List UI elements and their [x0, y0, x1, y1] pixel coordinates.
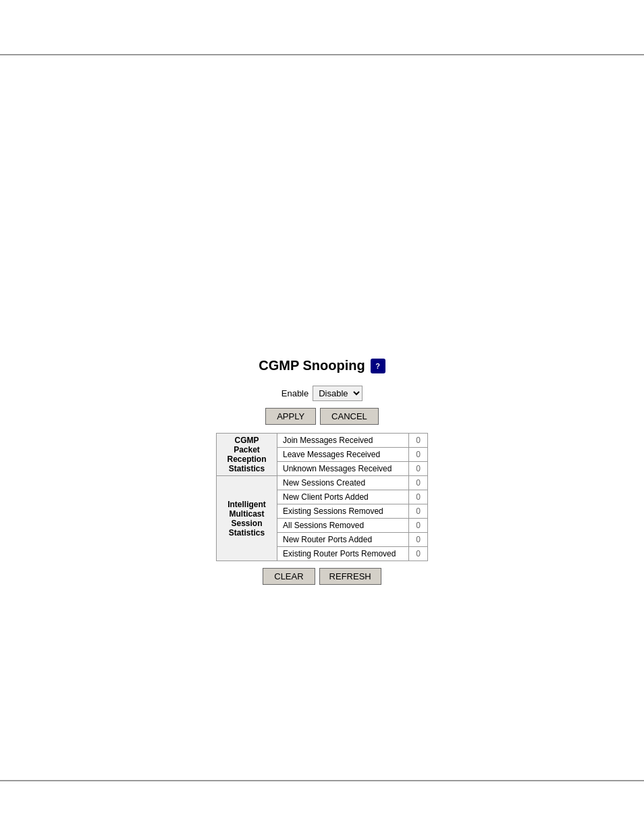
stat-value: 0: [409, 533, 428, 547]
stat-name: Unknown Messages Received: [277, 462, 409, 476]
stat-value: 0: [409, 547, 428, 561]
page-title: CGMP Snooping: [259, 358, 365, 373]
cgmp-section-label: CGMPPacketReceptionStatistics: [217, 434, 277, 476]
top-divider: [0, 54, 644, 55]
stat-name: New Router Ports Added: [277, 533, 409, 547]
stat-name: Join Messages Received: [277, 434, 409, 448]
stat-value: 0: [409, 462, 428, 476]
statistics-table: CGMPPacketReceptionStatistics Join Messa…: [216, 433, 428, 561]
stat-name: Existing Router Ports Removed: [277, 547, 409, 561]
stat-name: New Client Ports Added: [277, 490, 409, 504]
stat-value: 0: [409, 519, 428, 533]
bottom-divider: [0, 780, 644, 781]
help-icon[interactable]: ?: [371, 359, 385, 373]
enable-label: Enable: [281, 388, 308, 398]
refresh-button[interactable]: REFRESH: [319, 568, 381, 585]
table-row: IntelligentMulticastSessionStatistics Ne…: [217, 476, 428, 490]
stat-name: New Sessions Created: [277, 476, 409, 490]
stat-name: Leave Messages Received: [277, 448, 409, 462]
table-row: CGMPPacketReceptionStatistics Join Messa…: [217, 434, 428, 448]
clear-button[interactable]: CLEAR: [263, 568, 315, 585]
enable-select[interactable]: Disable Enable: [313, 386, 363, 401]
stat-value: 0: [409, 490, 428, 504]
stat-value: 0: [409, 476, 428, 490]
multicast-section-label: IntelligentMulticastSessionStatistics: [217, 476, 277, 561]
apply-button[interactable]: APPLY: [265, 408, 316, 425]
stat-name: Existing Sessions Removed: [277, 504, 409, 519]
stat-value: 0: [409, 448, 428, 462]
cancel-button[interactable]: CANCEL: [320, 408, 379, 425]
stat-value: 0: [409, 434, 428, 448]
stat-name: All Sessions Removed: [277, 519, 409, 533]
stat-value: 0: [409, 504, 428, 519]
